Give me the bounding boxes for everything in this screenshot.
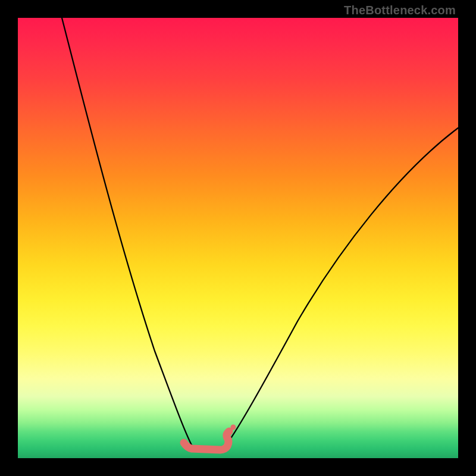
valley-floor	[184, 431, 229, 450]
chart-frame: TheBottleneck.com	[0, 0, 476, 476]
left-curve	[62, 18, 192, 445]
valley-dot	[231, 425, 236, 430]
chart-svg	[18, 18, 458, 458]
right-curve	[226, 128, 458, 445]
watermark-text: TheBottleneck.com	[344, 4, 456, 17]
